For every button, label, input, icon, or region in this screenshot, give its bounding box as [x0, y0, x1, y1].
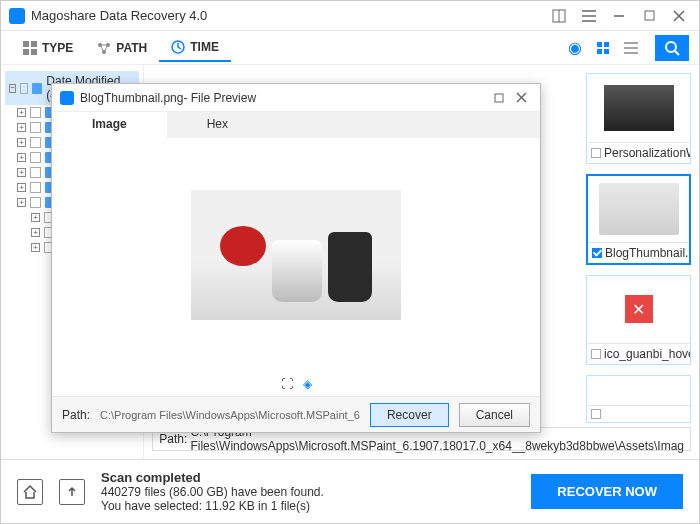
checkbox[interactable] — [591, 148, 601, 158]
svg-line-25 — [675, 51, 679, 55]
search-button[interactable] — [655, 35, 689, 61]
folder-icon — [32, 83, 42, 94]
thumbnail-item[interactable]: ✕ ico_guanbi_hover… — [586, 275, 691, 366]
upload-icon — [65, 485, 79, 499]
thumbnail-image — [587, 74, 690, 142]
thumbnail-image: ✕ — [587, 276, 690, 344]
svg-rect-12 — [31, 49, 37, 55]
tab-type-label: TYPE — [42, 41, 73, 55]
thumbnail-item[interactable] — [586, 375, 691, 423]
path-icon — [97, 41, 111, 55]
collapse-icon[interactable]: − — [9, 84, 16, 93]
footer: Scan completed 440279 files (86.00 GB) h… — [1, 459, 699, 523]
tab-path-label: PATH — [116, 41, 147, 55]
checkbox[interactable] — [30, 122, 41, 133]
titlebar: Magoshare Data Recovery 4.0 — [1, 1, 699, 31]
toolbar: TYPE PATH TIME ◉ — [1, 31, 699, 65]
tab-time-label: TIME — [190, 40, 219, 54]
thumbnail-image — [587, 376, 690, 405]
expand-icon[interactable]: + — [31, 213, 40, 222]
svg-rect-18 — [604, 42, 609, 47]
error-icon: ✕ — [625, 295, 653, 323]
svg-point-24 — [666, 42, 676, 52]
expand-icon[interactable]: + — [17, 168, 26, 177]
svg-rect-20 — [604, 49, 609, 54]
dialog-maximize-button[interactable] — [488, 87, 510, 109]
grid-icon — [23, 41, 37, 55]
maximize-button[interactable] — [637, 4, 661, 28]
scan-status-line2: You have selected: 11.92 KB in 1 file(s) — [101, 499, 531, 513]
expand-icon[interactable]: + — [17, 153, 26, 162]
close-button[interactable] — [667, 4, 691, 28]
tab-time[interactable]: TIME — [159, 34, 231, 62]
checkbox[interactable] — [591, 349, 601, 359]
home-button[interactable] — [17, 479, 43, 505]
checkbox[interactable] — [30, 107, 41, 118]
thumbnail-label: ico_guanbi_hover… — [604, 347, 690, 361]
recover-now-button[interactable]: RECOVER NOW — [531, 474, 683, 509]
dialog-titlebar: BlogThumbnail.png- File Preview — [52, 84, 540, 112]
path-label: Path: — [159, 432, 187, 446]
checkbox[interactable] — [591, 409, 601, 419]
dialog-tabs: Image Hex — [52, 112, 540, 138]
thumbnail-label: PersonalizationW… — [604, 146, 690, 160]
svg-rect-6 — [645, 11, 654, 20]
dialog-close-button[interactable] — [510, 87, 532, 109]
view-list-icon[interactable] — [620, 37, 642, 59]
checkbox[interactable] — [30, 152, 41, 163]
dialog-recover-button[interactable]: Recover — [370, 403, 449, 427]
dialog-footer: Path: C:\Program Files\WindowsApps\Micro… — [52, 396, 540, 432]
expand-icon[interactable]: + — [31, 243, 40, 252]
expand-icon[interactable]: + — [17, 138, 26, 147]
thumbnail-item[interactable]: BlogThumbnail.png — [586, 174, 691, 265]
view-grid-icon[interactable] — [592, 37, 614, 59]
svg-rect-19 — [597, 49, 602, 54]
thumbnail-item[interactable]: PersonalizationW… — [586, 73, 691, 164]
svg-rect-11 — [23, 49, 29, 55]
checkbox[interactable] — [30, 197, 41, 208]
dialog-logo-icon — [60, 91, 74, 105]
thumbnail-label: BlogThumbnail.png — [605, 246, 689, 260]
export-button[interactable] — [59, 479, 85, 505]
menu-icon[interactable] — [577, 4, 601, 28]
checkbox[interactable] — [30, 167, 41, 178]
app-title: Magoshare Data Recovery 4.0 — [31, 8, 207, 23]
checkbox[interactable] — [592, 248, 602, 258]
dialog-path-value: C:\Program Files\WindowsApps\Microsoft.M… — [100, 409, 360, 421]
checkbox[interactable] — [30, 182, 41, 193]
dialog-title: BlogThumbnail.png- File Preview — [80, 91, 256, 105]
minimize-button[interactable] — [607, 4, 631, 28]
expand-icon[interactable]: + — [17, 183, 26, 192]
tab-path[interactable]: PATH — [85, 35, 159, 61]
zoom-fit-icon[interactable]: ⛶ — [281, 377, 293, 391]
svg-rect-10 — [31, 41, 37, 47]
thumbnail-image — [588, 176, 689, 242]
dialog-tab-image[interactable]: Image — [52, 112, 167, 138]
checkbox[interactable] — [20, 83, 28, 94]
scan-status-title: Scan completed — [101, 470, 531, 485]
scan-status-line1: 440279 files (86.00 GB) have been found. — [101, 485, 531, 499]
home-icon — [22, 484, 38, 500]
dialog-tab-hex[interactable]: Hex — [167, 112, 268, 138]
expand-icon[interactable]: + — [17, 123, 26, 132]
scan-info: Scan completed 440279 files (86.00 GB) h… — [101, 470, 531, 513]
svg-rect-9 — [23, 41, 29, 47]
dialog-controls: ⛶ ◈ — [52, 372, 540, 396]
search-icon — [664, 40, 680, 56]
dialog-body — [52, 138, 540, 372]
tab-type[interactable]: TYPE — [11, 35, 85, 61]
preview-image — [191, 190, 401, 320]
window-layout-icon[interactable] — [547, 4, 571, 28]
preview-toggle-icon[interactable]: ◉ — [564, 37, 586, 59]
svg-rect-17 — [597, 42, 602, 47]
clock-icon — [171, 40, 185, 54]
expand-icon[interactable]: + — [17, 108, 26, 117]
dialog-path-label: Path: — [62, 408, 90, 422]
checkbox[interactable] — [30, 137, 41, 148]
preview-dialog: BlogThumbnail.png- File Preview Image He… — [51, 83, 541, 433]
zoom-actual-icon[interactable]: ◈ — [303, 377, 312, 391]
expand-icon[interactable]: + — [17, 198, 26, 207]
svg-rect-26 — [495, 94, 503, 102]
expand-icon[interactable]: + — [31, 228, 40, 237]
dialog-cancel-button[interactable]: Cancel — [459, 403, 530, 427]
